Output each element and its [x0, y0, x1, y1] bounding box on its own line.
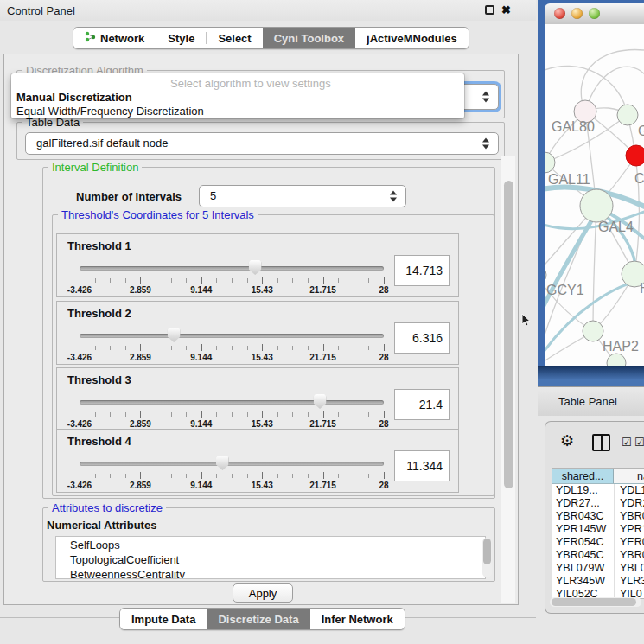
node-gal4 — [580, 189, 613, 222]
network-window-titlebar[interactable] — [545, 3, 644, 24]
tab-jactivemnodules[interactable]: jActiveMNodules — [355, 28, 469, 48]
cyni-toolbox-panel: Discretization Algorithm Select algorith… — [3, 54, 519, 605]
number-of-intervals-combobox[interactable]: 5 — [199, 185, 406, 207]
tick-label: 21.715 — [309, 285, 336, 295]
node-table[interactable]: shared... na YDL19...YDL1 YDR27...YDR2 Y… — [552, 468, 644, 599]
tab-infer-network[interactable]: Infer Network — [310, 609, 405, 629]
attributes-group-title: Attributes to discretize — [48, 501, 166, 514]
slider-minor-ticks — [80, 412, 384, 417]
list-item[interactable]: SelfLoops — [70, 538, 485, 552]
slider-track[interactable] — [80, 462, 384, 466]
minimize-traffic-light-icon[interactable] — [571, 8, 583, 19]
zoom-traffic-light-icon[interactable] — [589, 8, 600, 19]
close-traffic-light-icon[interactable] — [554, 8, 565, 19]
table-row[interactable]: YER054CYER0 — [552, 536, 644, 549]
tick-label: 15.43 — [252, 419, 273, 429]
threshold-4-value-field[interactable]: 11.344 — [394, 450, 450, 481]
checkbox-icon[interactable]: ☑ — [634, 436, 644, 449]
threshold-1-panel: Threshold 1 -3.426 2.859 9.144 15.43 21.… — [56, 233, 459, 297]
threshold-2-slider[interactable]: -3.426 2.859 9.144 15.43 21.715 28 — [80, 328, 384, 364]
tab-style[interactable]: Style — [156, 28, 206, 48]
cyni-bottom-tabbar: Impute Data Discretize Data Infer Networ… — [119, 608, 405, 630]
tick-label: 21.715 — [309, 419, 336, 429]
node-hap2 — [583, 321, 603, 341]
threshold-4-slider[interactable]: -3.426 2.859 9.144 15.43 21.715 28 — [80, 456, 384, 492]
list-item[interactable]: TopologicalCoefficient — [70, 552, 485, 567]
slider-track[interactable] — [80, 266, 384, 271]
table-row[interactable]: YPR145WYPR1 — [552, 523, 644, 536]
tab-impute-data[interactable]: Impute Data — [120, 609, 207, 629]
network-canvas[interactable]: GAL80 GA C GAL11 GAL4 GCY1 H HAP2 — [545, 24, 644, 366]
tick-label: 2.859 — [130, 419, 151, 429]
column-header-name[interactable]: na — [614, 469, 644, 483]
combo-stepper-icon — [390, 191, 398, 202]
threshold-1-value-field[interactable]: 14.713 — [394, 255, 450, 286]
slider-track[interactable] — [80, 334, 384, 338]
control-panel-tabbar: Network Style Select Cyni Toolbox jActiv… — [73, 27, 469, 49]
scrollbar-thumb[interactable] — [483, 539, 491, 564]
threshold-3-panel: Threshold 3 -3.426 2.859 9.144 15.43 21.… — [56, 367, 459, 431]
tick-label: -3.426 — [67, 353, 92, 362]
thresholds-group-title: Threshold's Coordinates for 5 Intervals — [58, 208, 258, 221]
table-row[interactable]: YBR043CYBR0 — [552, 510, 644, 523]
threshold-1-slider[interactable]: -3.426 2.859 9.144 15.43 21.715 28 — [80, 260, 384, 296]
node-label-hap2: HAP2 — [603, 339, 639, 354]
list-scrollbar[interactable] — [482, 538, 492, 577]
tick-label: 15.43 — [252, 353, 273, 362]
tick-label: 2.859 — [130, 481, 151, 490]
number-of-intervals-label: Number of Intervals — [76, 190, 182, 203]
tick-label: -3.426 — [67, 419, 92, 429]
slider-thumb[interactable] — [249, 260, 262, 275]
scrollbar-thumb[interactable] — [552, 598, 636, 606]
combo-stepper-icon — [482, 138, 490, 150]
tab-cyni-toolbox[interactable]: Cyni Toolbox — [263, 28, 355, 48]
split-columns-icon[interactable] — [592, 434, 610, 451]
threshold-3-slider[interactable]: -3.426 2.859 9.144 15.43 21.715 28 — [80, 394, 384, 430]
node-label-gcy1: GCY1 — [546, 283, 584, 297]
threshold-2-value-field[interactable]: 6.316 — [394, 322, 450, 354]
table-panel-title: Table Panel — [558, 395, 617, 408]
dropdown-placeholder-option[interactable]: Select algorithm to view settings — [170, 77, 331, 90]
tick-label: -3.426 — [67, 481, 92, 490]
network-view-window: GAL80 GA C GAL11 GAL4 GCY1 H HAP2 — [538, 0, 644, 386]
mouse-cursor — [521, 313, 532, 331]
checkbox-icon[interactable]: ☑ — [622, 436, 632, 449]
tab-discretize-data[interactable]: Discretize Data — [207, 609, 309, 629]
column-header-shared-name[interactable]: shared... — [552, 469, 614, 483]
close-icon[interactable]: ✖ — [501, 3, 511, 16]
horizontal-scrollbar[interactable] — [550, 597, 641, 607]
tick-label: 2.859 — [130, 353, 151, 362]
threshold-3-value-field[interactable]: 21.4 — [394, 389, 450, 420]
threshold-2-label: Threshold 2 — [67, 307, 131, 320]
float-window-icon[interactable] — [485, 5, 494, 15]
control-panel-titlebar: Control Panel ✖ — [0, 0, 536, 21]
dropdown-option-manual-discretization[interactable]: Manual Discretization — [16, 91, 132, 104]
slider-thumb[interactable] — [168, 328, 181, 342]
panel-scrollbar[interactable] — [501, 156, 515, 603]
table-row[interactable]: YLR345WYLR3 — [552, 575, 644, 588]
node-label-c: C — [634, 171, 644, 186]
slider-thumb[interactable] — [216, 456, 229, 470]
gear-icon[interactable]: ⚙ — [560, 431, 574, 450]
numerical-attributes-list[interactable]: SelfLoops TopologicalCoefficient Between… — [55, 536, 486, 579]
scrollbar-thumb[interactable] — [504, 181, 513, 488]
slider-track[interactable] — [80, 400, 384, 405]
slider-minor-ticks — [80, 474, 384, 478]
tab-network[interactable]: Network — [73, 28, 156, 48]
slider-thumb[interactable] — [314, 394, 327, 409]
table-row[interactable]: YBR045CYBR0 — [552, 549, 644, 562]
list-item[interactable]: BetweennessCentrality — [70, 567, 485, 579]
node-label-gal11: GAL11 — [548, 172, 590, 187]
table-row[interactable]: YDR27...YDR2 — [552, 497, 644, 510]
table-row[interactable]: YDL19...YDL1 — [552, 484, 644, 497]
slider-minor-ticks — [80, 278, 384, 283]
tab-select[interactable]: Select — [207, 28, 262, 48]
table-data-combobox[interactable]: galFiltered.sif default node — [25, 132, 499, 155]
table-row[interactable]: YBL079WYBL0 — [552, 562, 644, 575]
table-panel: ⚙ ☑ ☑ shared... na YDL19...YDL1 YDR27...… — [545, 421, 644, 614]
tick-label: 15.43 — [252, 285, 273, 295]
tick-label: -3.426 — [67, 285, 92, 295]
dropdown-option-equal-width[interactable]: Equal Width/Frequency Discretization — [16, 105, 204, 118]
tick-label: 21.715 — [309, 481, 336, 490]
apply-button[interactable]: Apply — [233, 583, 293, 603]
